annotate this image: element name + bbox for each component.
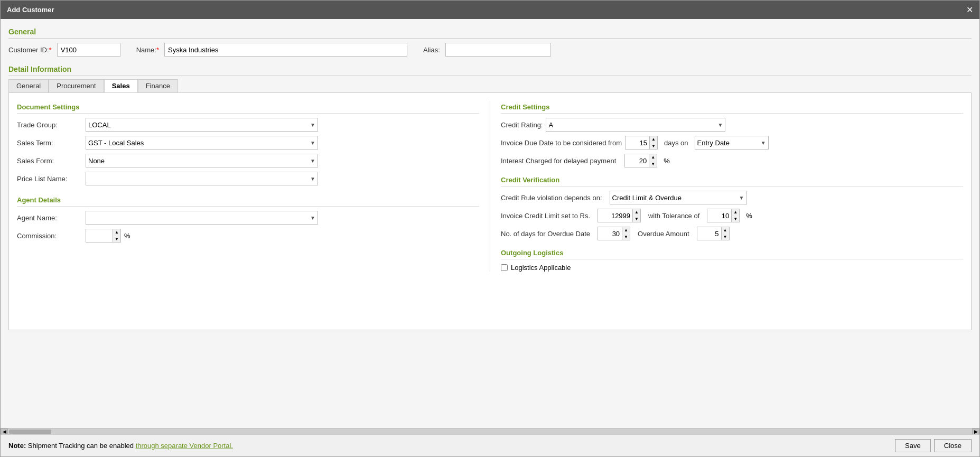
name-label: Name:* bbox=[136, 46, 159, 54]
days-on-label: days on bbox=[664, 139, 688, 147]
commission-spinner: ▲ ▼ bbox=[86, 229, 121, 243]
tolerance-spinner: ▲ ▼ bbox=[707, 209, 740, 222]
credit-rating-select-container: A bbox=[546, 118, 725, 132]
tolerance-input[interactable] bbox=[707, 209, 731, 222]
vendor-portal-link[interactable]: through separate Vendor Portal. bbox=[136, 442, 233, 450]
trade-group-select-container: LOCAL bbox=[86, 118, 318, 132]
agent-name-label: Agent Name: bbox=[17, 214, 86, 222]
credit-limit-row: Invoice Credit Limit set to Rs. ▲ ▼ with… bbox=[501, 209, 963, 222]
scrollbar-right-button[interactable]: ▶ bbox=[972, 428, 979, 435]
right-column: Credit Settings Credit Rating: A Invoice… bbox=[490, 101, 963, 272]
commission-up-button[interactable]: ▲ bbox=[113, 229, 120, 236]
commission-spinner-buttons: ▲ ▼ bbox=[113, 229, 120, 243]
horizontal-scrollbar[interactable]: ◀ ▶ bbox=[1, 428, 979, 434]
tab-procurement[interactable]: Procurement bbox=[49, 79, 104, 92]
tab-general[interactable]: General bbox=[8, 79, 49, 92]
scrollbar-thumb[interactable] bbox=[9, 430, 51, 434]
days-down-button[interactable]: ▼ bbox=[649, 143, 657, 150]
overdue-amount-down-button[interactable]: ▼ bbox=[721, 234, 729, 240]
title-bar: Add Customer ✕ bbox=[1, 1, 979, 19]
scrollbar-left-button[interactable]: ◀ bbox=[1, 428, 8, 435]
overdue-days-spinner-buttons: ▲ ▼ bbox=[622, 227, 630, 240]
price-list-select-container bbox=[86, 172, 318, 185]
commission-row: Commission: ▲ ▼ % bbox=[17, 229, 479, 243]
agent-name-select[interactable] bbox=[86, 211, 318, 225]
credit-rule-select-container: Credit Limit & Overdue bbox=[605, 191, 747, 204]
credit-limit-up-button[interactable]: ▲ bbox=[632, 209, 640, 216]
credit-rating-row: Credit Rating: A bbox=[501, 118, 963, 132]
credit-verification-title: Credit Verification bbox=[501, 176, 963, 186]
tolerance-spinner-buttons: ▲ ▼ bbox=[731, 209, 739, 222]
credit-rule-select[interactable]: Credit Limit & Overdue bbox=[610, 191, 747, 204]
trade-group-label: Trade Group: bbox=[17, 121, 86, 129]
logistics-checkbox-row: Logistics Applicable bbox=[501, 264, 963, 272]
dialog-content: General Customer ID:* Name:* Alias: Deta… bbox=[1, 19, 979, 428]
interest-input[interactable] bbox=[625, 154, 649, 167]
trade-group-select[interactable]: LOCAL bbox=[86, 118, 318, 132]
interest-down-button[interactable]: ▼ bbox=[649, 161, 657, 167]
tolerance-down-button[interactable]: ▼ bbox=[731, 216, 739, 222]
credit-limit-label: Invoice Credit Limit set to Rs. bbox=[501, 212, 590, 220]
scrollbar-track bbox=[9, 430, 971, 434]
sales-term-select[interactable]: GST - Local Sales bbox=[86, 136, 318, 150]
overdue-days-down-button[interactable]: ▼ bbox=[622, 234, 630, 240]
add-customer-dialog: Add Customer ✕ General Customer ID:* Nam… bbox=[0, 0, 980, 457]
credit-settings-title: Credit Settings bbox=[501, 103, 963, 114]
invoice-due-row: Invoice Due Date to be considered from ▲… bbox=[501, 136, 963, 150]
sales-form-select-container: None bbox=[86, 154, 318, 167]
credit-limit-input[interactable] bbox=[598, 209, 632, 222]
general-fields-row: Customer ID:* Name:* Alias: bbox=[8, 43, 972, 57]
days-up-button[interactable]: ▲ bbox=[649, 136, 657, 143]
overdue-days-input[interactable] bbox=[598, 227, 622, 240]
agent-name-select-container bbox=[86, 211, 318, 225]
sales-form-label: Sales Form: bbox=[17, 157, 86, 165]
interest-spinner: ▲ ▼ bbox=[624, 154, 657, 167]
commission-input[interactable] bbox=[86, 229, 113, 242]
entry-date-select-container: Entry Date bbox=[695, 136, 769, 150]
price-list-select[interactable] bbox=[86, 172, 318, 185]
outgoing-logistics-title: Outgoing Logistics bbox=[501, 249, 963, 259]
overdue-amount-input[interactable] bbox=[697, 227, 721, 240]
interest-spinner-buttons: ▲ ▼ bbox=[649, 154, 657, 167]
save-button[interactable]: Save bbox=[895, 439, 931, 452]
overdue-amount-label: Overdue Amount bbox=[638, 230, 689, 238]
footer-note: Note: Shipment Tracking can be enabled t… bbox=[8, 442, 233, 450]
trade-group-row: Trade Group: LOCAL bbox=[17, 118, 479, 132]
overdue-amount-up-button[interactable]: ▲ bbox=[721, 227, 729, 234]
dialog-close-button[interactable]: ✕ bbox=[966, 5, 973, 15]
credit-rating-select[interactable]: A bbox=[546, 118, 725, 132]
interest-up-button[interactable]: ▲ bbox=[649, 154, 657, 161]
credit-limit-down-button[interactable]: ▼ bbox=[632, 216, 640, 222]
credit-limit-spinner: ▲ ▼ bbox=[598, 209, 641, 222]
sales-form-row: Sales Form: None bbox=[17, 154, 479, 167]
commission-unit: % bbox=[124, 232, 130, 240]
tab-finance[interactable]: Finance bbox=[138, 79, 178, 92]
customer-id-input[interactable] bbox=[57, 43, 120, 57]
days-spinner-buttons: ▲ ▼ bbox=[649, 136, 657, 150]
tabs-bar: General Procurement Sales Finance bbox=[8, 79, 972, 92]
left-column: Document Settings Trade Group: LOCAL Sal… bbox=[17, 101, 490, 272]
dialog-title: Add Customer bbox=[7, 6, 54, 14]
credit-rating-label: Credit Rating: bbox=[501, 121, 543, 129]
alias-input[interactable] bbox=[445, 43, 551, 57]
days-input[interactable] bbox=[626, 136, 649, 149]
price-list-row: Price List Name: bbox=[17, 172, 479, 185]
credit-limit-spinner-buttons: ▲ ▼ bbox=[632, 209, 640, 222]
sales-term-label: Sales Term: bbox=[17, 139, 86, 147]
tab-sales[interactable]: Sales bbox=[104, 79, 138, 92]
sales-form-select[interactable]: None bbox=[86, 154, 318, 167]
alias-label: Alias: bbox=[423, 46, 440, 54]
invoice-due-label: Invoice Due Date to be considered from bbox=[501, 139, 622, 147]
name-input[interactable] bbox=[164, 43, 407, 57]
tolerance-up-button[interactable]: ▲ bbox=[731, 209, 739, 216]
logistics-checkbox[interactable] bbox=[501, 264, 508, 271]
entry-date-select[interactable]: Entry Date bbox=[695, 136, 769, 150]
close-button[interactable]: Close bbox=[934, 439, 972, 452]
overdue-days-label: No. of days for Overdue Date bbox=[501, 230, 590, 238]
commission-label: Commission: bbox=[17, 232, 86, 240]
overdue-days-spinner: ▲ ▼ bbox=[598, 227, 630, 240]
overdue-days-up-button[interactable]: ▲ bbox=[622, 227, 630, 234]
interest-unit: % bbox=[664, 157, 670, 165]
commission-down-button[interactable]: ▼ bbox=[113, 236, 120, 243]
overdue-row: No. of days for Overdue Date ▲ ▼ Overdue… bbox=[501, 227, 963, 240]
